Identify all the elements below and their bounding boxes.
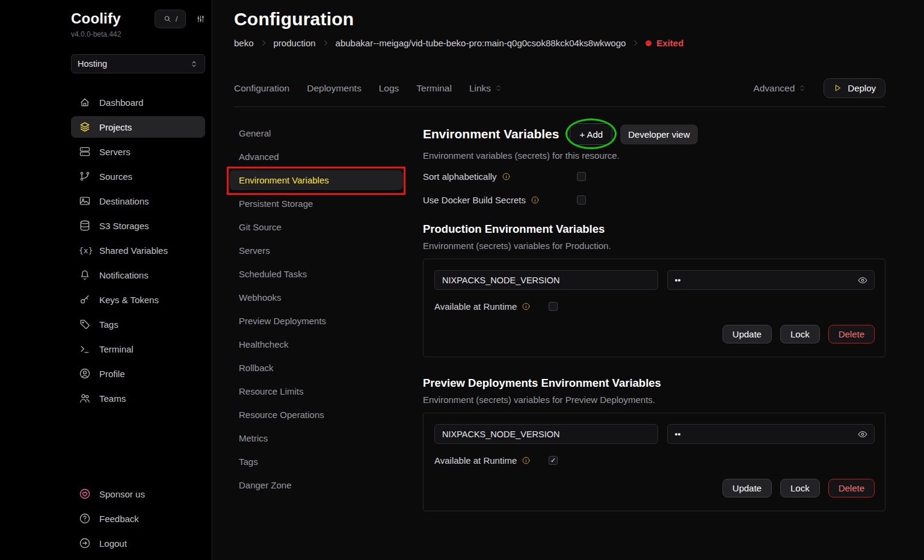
status-badge: Exited <box>645 38 683 48</box>
breadcrumb-environment[interactable]: production <box>274 38 316 48</box>
sidebar-item-destinations[interactable]: Destinations <box>71 190 205 212</box>
delete-button[interactable]: Delete <box>828 325 875 343</box>
preview-section-subtitle: Environment (secrets) variables for Prev… <box>423 395 886 405</box>
reveal-secret-button[interactable] <box>857 275 868 286</box>
logout-icon <box>79 537 91 549</box>
deploy-button-label: Deploy <box>848 83 876 93</box>
subnav-rollback[interactable]: Rollback <box>229 358 423 378</box>
sidebar-item-shared-variables[interactable]: Shared Variables <box>71 239 205 261</box>
docker-build-secrets-checkbox[interactable] <box>577 195 586 205</box>
tab-logs[interactable]: Logs <box>379 83 399 94</box>
team-select[interactable]: Hosting <box>71 54 205 73</box>
subnav-webhooks[interactable]: Webhooks <box>229 288 423 307</box>
terminal-icon <box>79 343 91 355</box>
subnav-persistent-storage[interactable]: Persistent Storage <box>229 194 423 214</box>
sidebar-item-profile[interactable]: Profile <box>71 363 205 384</box>
breadcrumb-resource: abubakar--meigag/vid-tube-beko-pro:main-… <box>336 38 626 48</box>
delete-button[interactable]: Delete <box>828 479 875 497</box>
help-icon <box>79 512 91 525</box>
advanced-menu-label: Advanced <box>753 83 795 94</box>
sidebar-item-feedback[interactable]: Feedback <box>71 508 205 529</box>
sidebar-item-label: Destinations <box>99 196 149 206</box>
git-source-icon <box>79 170 91 182</box>
subnav-resource-limits[interactable]: Resource Limits <box>229 381 423 401</box>
subnav-tags[interactable]: Tags <box>229 452 423 472</box>
production-env-var-card: Available at Runtime Update Lock Delete <box>423 259 886 357</box>
config-subnav: General Advanced Environment Variables P… <box>229 123 423 511</box>
key-icon <box>79 294 91 306</box>
chevron-up-down-icon <box>798 84 807 93</box>
logo-row: Coolify / <box>71 8 205 29</box>
advanced-menu[interactable]: Advanced <box>753 83 807 94</box>
subnav-git-source[interactable]: Git Source <box>229 217 423 237</box>
update-button[interactable]: Update <box>722 479 772 497</box>
sidebar-item-tags[interactable]: Tags <box>71 313 205 335</box>
env-value-input[interactable] <box>667 270 875 290</box>
search-shortcut-hint: / <box>176 14 178 23</box>
play-icon <box>833 84 842 93</box>
subnav-scheduled-tasks[interactable]: Scheduled Tasks <box>229 264 423 284</box>
sidebar-item-sponsor[interactable]: Sponsor us <box>71 483 205 505</box>
sidebar-item-logout[interactable]: Logout <box>71 532 205 554</box>
search-button[interactable]: / <box>155 10 186 28</box>
available-at-runtime-checkbox[interactable] <box>549 302 558 311</box>
sidebar-item-label: Notifications <box>99 270 149 280</box>
deploy-button[interactable]: Deploy <box>824 78 886 98</box>
preview-section-title: Preview Deployments Environment Variable… <box>423 377 886 390</box>
env-value-input[interactable] <box>667 424 875 444</box>
info-icon <box>502 172 511 181</box>
update-button[interactable]: Update <box>722 325 772 343</box>
search-icon <box>163 14 172 23</box>
subnav-advanced[interactable]: Advanced <box>229 147 423 167</box>
eye-icon <box>857 429 868 440</box>
lock-button[interactable]: Lock <box>780 479 820 497</box>
sidebar-footer: Sponsor us Feedback Logout <box>71 483 205 554</box>
sidebar-item-keys-tokens[interactable]: Keys & Tokens <box>71 289 205 310</box>
add-env-variable-button[interactable]: + Add <box>570 123 612 145</box>
subnav-healthcheck[interactable]: Healthcheck <box>229 334 423 354</box>
chevron-up-down-icon <box>494 84 503 93</box>
tab-deployments[interactable]: Deployments <box>307 83 361 94</box>
available-at-runtime-label: Available at Runtime <box>434 455 517 466</box>
available-at-runtime-checkbox[interactable]: ✓ <box>549 456 558 465</box>
tab-links-label: Links <box>469 83 491 94</box>
developer-view-button[interactable]: Developer view <box>620 125 698 144</box>
page-title: Configuration <box>234 8 886 30</box>
chevron-right-icon <box>322 39 330 47</box>
database-icon <box>79 220 91 232</box>
tab-links[interactable]: Links <box>469 83 503 94</box>
sidebar-item-sources[interactable]: Sources <box>71 165 205 187</box>
sidebar-item-terminal[interactable]: Terminal <box>71 338 205 360</box>
subnav-preview-deployments[interactable]: Preview Deployments <box>229 311 423 331</box>
tab-terminal[interactable]: Terminal <box>416 83 452 94</box>
user-circle-icon <box>79 368 91 380</box>
filter-button[interactable] <box>196 14 205 23</box>
env-name-input[interactable] <box>434 270 658 290</box>
subnav-resource-operations[interactable]: Resource Operations <box>229 405 423 425</box>
sidebar-item-dashboard[interactable]: Dashboard <box>71 91 205 113</box>
heart-icon <box>79 488 91 500</box>
subnav-danger-zone[interactable]: Danger Zone <box>229 475 423 495</box>
tab-configuration[interactable]: Configuration <box>234 83 289 94</box>
subnav-general[interactable]: General <box>229 123 423 143</box>
reveal-secret-button[interactable] <box>857 429 868 440</box>
subnav-servers[interactable]: Servers <box>229 241 423 260</box>
sort-alphabetically-checkbox[interactable] <box>577 172 586 181</box>
sidebar-item-s3-storages[interactable]: S3 Storages <box>71 215 205 236</box>
production-section-subtitle: Environment (secrets) variables for Prod… <box>423 241 886 251</box>
chevron-up-down-icon <box>189 60 199 69</box>
sidebar-item-projects[interactable]: Projects <box>71 116 205 138</box>
subnav-metrics[interactable]: Metrics <box>229 428 423 448</box>
status-dot-icon <box>645 40 651 46</box>
lock-button[interactable]: Lock <box>780 325 820 343</box>
sidebar-item-servers[interactable]: Servers <box>71 141 205 162</box>
subnav-environment-variables[interactable]: Environment Variables <box>229 170 403 190</box>
breadcrumb-project[interactable]: beko <box>234 38 254 48</box>
env-name-input[interactable] <box>434 424 658 444</box>
sidebar-item-label: Sponsor us <box>99 489 145 499</box>
sidebar-item-teams[interactable]: Teams <box>71 387 205 409</box>
env-variables-subtitle: Environment variables (secrets) for this… <box>423 150 886 161</box>
breadcrumb: beko production abubakar--meigag/vid-tub… <box>234 38 886 48</box>
sidebar-item-notifications[interactable]: Notifications <box>71 264 205 286</box>
app-logo: Coolify <box>71 10 121 27</box>
